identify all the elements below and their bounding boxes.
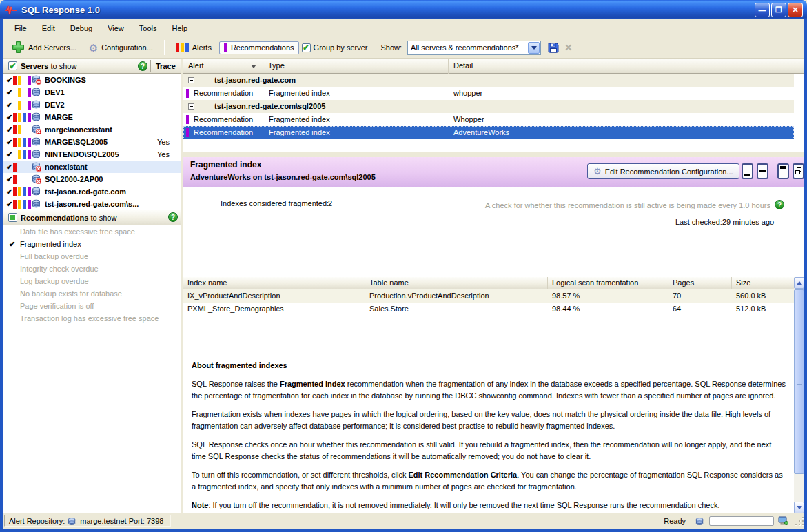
configuration-button[interactable]: ⚙ Configuration...	[84, 41, 158, 55]
server-name: tst-jason.red-gate.com\s...	[45, 200, 139, 208]
detail-cell: AdventureWorks	[453, 126, 509, 139]
recommendation-filter-label: Data file has excessive free space	[20, 227, 135, 236]
recommendation-filter-item[interactable]: Integrity check overdue	[3, 263, 181, 275]
help-icon[interactable]: ?	[138, 61, 147, 71]
minimize-button[interactable]: —	[755, 3, 770, 17]
purple-severity-bar	[28, 76, 31, 85]
database-error-icon	[32, 162, 42, 172]
red-severity-bar	[13, 187, 17, 196]
alert-row[interactable]: RecommendationFragmented indexwhopper	[183, 87, 794, 100]
help-icon[interactable]: ?	[775, 200, 784, 209]
recommendation-filter-item[interactable]: Full backup overdue	[3, 250, 181, 263]
scroll-up-button[interactable]	[794, 277, 804, 289]
collapse-icon[interactable]	[188, 103, 194, 110]
recommendation-filter-item[interactable]: ✔Fragmented index	[3, 238, 181, 250]
column-header-pages[interactable]: Pages	[668, 277, 732, 289]
column-header-type[interactable]: Type	[263, 59, 449, 74]
edit-recommendation-configuration-button[interactable]: ⚙ Edit Recommendation Configuration...	[587, 163, 739, 179]
recommendation-bar-icon	[186, 115, 189, 124]
title-bar[interactable]: SQL Response 1.0 — ❐ ✕	[0, 0, 807, 19]
window-title: SQL Response 1.0	[21, 5, 100, 15]
delete-view-button[interactable]: ✕	[562, 42, 575, 53]
column-header-fragmentation[interactable]: Logical scan framentation	[548, 277, 668, 289]
menu-debug[interactable]: Debug	[63, 21, 100, 35]
recommendation-filter-item[interactable]: Page verification is off	[3, 300, 181, 312]
panel-minimize-button[interactable]	[742, 163, 753, 179]
server-row[interactable]: ✔tst-jason.red-gate.com\s...	[3, 198, 181, 210]
yellow-severity-bar	[18, 175, 21, 184]
menu-edit[interactable]: Edit	[34, 21, 63, 35]
recommendations-header[interactable]: Recommendations to show ?	[3, 210, 181, 225]
scroll-down-button[interactable]	[794, 502, 804, 513]
detail-subtitle: AdventureWorks on tst-jason.red-gate.com…	[190, 173, 376, 181]
severity-bars	[13, 163, 31, 172]
help-icon[interactable]: ?	[168, 212, 178, 222]
column-header-index-name[interactable]: Index name	[183, 277, 365, 289]
menu-tools[interactable]: Tools	[132, 21, 165, 35]
about-heading: About fragmented indexes	[192, 360, 786, 371]
detail-header: Fragmented index AdventureWorks on tst-j…	[183, 157, 804, 187]
show-dropdown[interactable]: All servers & recommendations*	[407, 41, 541, 55]
server-row[interactable]: ✔nonexistant	[3, 161, 181, 173]
index-table-row[interactable]: IX_vProductAndDescriptionProduction.vPro…	[183, 289, 794, 303]
vertical-scrollbar[interactable]	[794, 277, 804, 513]
menu-help[interactable]: Help	[164, 21, 195, 35]
panel-maximize-button[interactable]	[777, 163, 789, 179]
server-row[interactable]: ✔SQL2000-2AP00	[3, 173, 181, 185]
alert-group-row[interactable]: tst-jason.red-gate.com\sql2005	[183, 100, 794, 113]
blue-severity-bar	[23, 101, 26, 110]
recommendation-filter-item[interactable]: Log backup overdue	[3, 275, 181, 287]
close-button[interactable]: ✕	[788, 3, 803, 17]
last-checked-label: Last checked:	[675, 218, 722, 226]
server-row[interactable]: ✔NINTENDO\SQL2005Yes	[3, 148, 181, 161]
server-name: tst-jason.red-gate.com	[45, 187, 126, 196]
maximize-button[interactable]: ❐	[771, 3, 786, 17]
servers-header[interactable]: ✔ Servers to show ? Trace	[3, 59, 181, 74]
severity-bars	[13, 138, 31, 147]
scrollbar-thumb[interactable]	[794, 289, 804, 474]
recommendation-filter-item[interactable]: Transaction log has excessive free space	[3, 312, 181, 325]
index-table-cell: PXML_Store_Demographics	[183, 303, 283, 316]
panel-split-button[interactable]	[757, 163, 768, 179]
server-row[interactable]: ✔DEV2	[3, 99, 181, 111]
recommendation-filter-item[interactable]: No backup exists for database	[3, 287, 181, 300]
detail-splitter[interactable]	[183, 152, 804, 157]
menu-file[interactable]: File	[7, 21, 34, 35]
resize-grip[interactable]	[795, 517, 804, 526]
server-row[interactable]: ✔MARGE	[3, 111, 181, 123]
alert-row[interactable]: RecommendationFragmented indexWhopper	[183, 113, 794, 126]
save-view-button[interactable]	[548, 43, 559, 53]
alerts-button[interactable]: Alerts	[171, 41, 216, 54]
collapse-icon[interactable]	[188, 77, 194, 83]
blue-severity-bar	[23, 163, 26, 172]
column-header-alert[interactable]: Alert	[183, 59, 263, 74]
index-table-cell: Production.vProductAndDescription	[365, 289, 489, 303]
recommendation-filter-item[interactable]: Data file has excessive free space	[3, 225, 181, 238]
server-name: MARGE	[45, 113, 73, 121]
server-row[interactable]: ✔marge\nonexistant	[3, 123, 181, 136]
server-row[interactable]: ✔tst-jason.red-gate.com	[3, 185, 181, 198]
recommendations-checkbox[interactable]	[8, 213, 17, 222]
panel-restore-button[interactable]	[793, 163, 804, 179]
add-servers-button[interactable]: Add Servers...	[7, 39, 81, 57]
index-table-row[interactable]: PXML_Store_DemographicsSales.Store98.44 …	[183, 303, 794, 316]
alert-row[interactable]: RecommendationFragmented indexAdventureW…	[183, 126, 794, 139]
server-row[interactable]: ✔MARGE\SQL2005Yes	[3, 136, 181, 148]
column-header-size[interactable]: Size	[732, 277, 794, 289]
chevron-down-icon[interactable]	[528, 42, 540, 54]
blue-severity-bar	[23, 150, 26, 159]
menu-view[interactable]: View	[100, 21, 132, 35]
server-row[interactable]: ✔DEV1	[3, 86, 181, 99]
about-paragraph: SQL Response raises the Fragmented index…	[192, 378, 786, 402]
recommendations-button[interactable]: Recommendations	[219, 41, 299, 54]
blue-severity-bar	[23, 76, 26, 85]
servers-checkbox[interactable]: ✔	[8, 61, 17, 70]
group-label: tst-jason.red-gate.com	[214, 74, 296, 87]
column-header-table-name[interactable]: Table name	[365, 277, 548, 289]
server-row[interactable]: ✔BOOKINGS	[3, 74, 181, 86]
group-by-server-checkbox[interactable]: ✔	[302, 43, 311, 52]
database-icon	[32, 137, 42, 147]
server-list: ✔BOOKINGS✔DEV1✔DEV2✔MARGE✔marge\nonexist…	[3, 74, 181, 210]
alert-group-row[interactable]: tst-jason.red-gate.com	[183, 74, 794, 87]
column-header-detail[interactable]: Detail	[449, 59, 794, 74]
